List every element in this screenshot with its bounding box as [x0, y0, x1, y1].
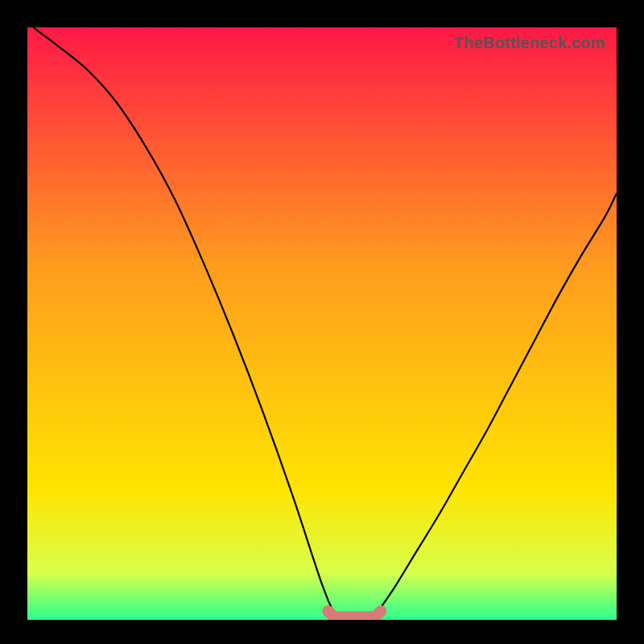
- floor-marker: [328, 611, 381, 617]
- gradient-background: [27, 27, 617, 620]
- watermark-label: TheBottleneck.com: [454, 34, 605, 52]
- plot-area: TheBottleneck.com: [27, 27, 617, 620]
- plot-svg: [27, 27, 617, 620]
- chart-root: TheBottleneck.com: [0, 0, 644, 644]
